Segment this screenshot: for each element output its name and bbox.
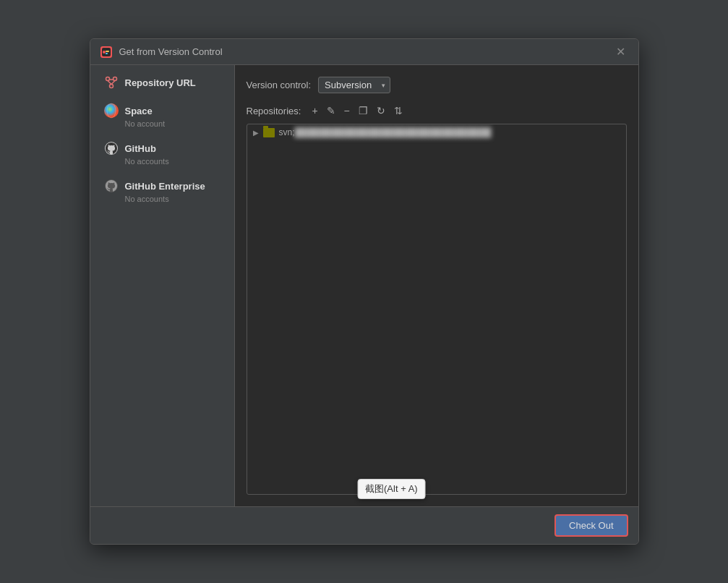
dialog-title: Get from Version Control [119,46,223,57]
svg-line-10 [111,81,115,85]
get-from-vcs-dialog: Get from Version Control ✕ [90,38,639,545]
dialog-body: Repository URL [90,65,638,506]
github-enterprise-label: GitHub Enterprise [125,181,205,192]
space-sub-label: No account [125,119,221,128]
sidebar: Repository URL [90,65,235,506]
svg-point-6 [113,77,116,81]
svg-rect-3 [106,51,109,52]
github-icon [103,140,119,156]
svg-line-9 [108,81,111,85]
version-control-row: Version control: Git Subversion Mercuria… [247,77,627,93]
svg-point-11 [104,103,119,118]
title-bar-left: Get from Version Control [99,45,223,59]
expand-chevron: ▶ [253,129,259,137]
edit-button[interactable]: ✎ [323,103,339,118]
repo-url-blurred: ████████████████████████████████ [295,127,492,137]
version-control-label: Version control: [247,80,312,90]
sidebar-item-space[interactable]: Space No account [93,97,231,134]
repositories-toolbar: Repositories: + ✎ − ❐ ↻ ⇅ [247,103,627,118]
version-control-select-wrapper[interactable]: Git Subversion Mercurial [318,77,390,93]
remove-button[interactable]: − [341,103,354,118]
screenshot-tooltip: 截图(Alt + A) [357,479,426,499]
main-content: Version control: Git Subversion Mercuria… [235,65,638,506]
repository-url-icon [103,75,119,90]
dialog-footer: Check Out [90,506,638,544]
sidebar-item-github-enterprise[interactable]: GitHub Enterprise No accounts [93,172,231,209]
add-button[interactable]: + [308,103,321,118]
github-label: GitHub [125,143,156,154]
github-enterprise-sub-label: No accounts [125,195,221,203]
svg-rect-4 [106,53,108,54]
repo-tree-row[interactable]: ▶ svn;████████████████████████████████ [247,124,626,140]
github-enterprise-icon [103,178,119,194]
svg-point-7 [109,85,113,88]
repository-tree[interactable]: ▶ svn;████████████████████████████████ [247,124,627,495]
copy-button[interactable]: ❐ [355,103,372,118]
checkout-button[interactable]: Check Out [554,514,628,537]
repo-url: svn;████████████████████████████████ [279,127,492,137]
settings-button[interactable]: ⇅ [390,103,406,118]
sidebar-item-repository-url[interactable]: Repository URL [93,69,231,96]
space-icon [103,103,119,119]
dialog-icon [99,45,114,59]
repository-url-label: Repository URL [125,77,196,88]
repositories-label: Repositories: [247,106,301,116]
svg-point-5 [106,77,109,81]
github-sub-label: No accounts [125,157,221,166]
close-button[interactable]: ✕ [612,45,630,59]
sidebar-item-github[interactable]: GitHub No accounts [93,135,231,171]
refresh-button[interactable]: ↻ [373,103,389,118]
svg-point-2 [103,51,106,54]
title-bar: Get from Version Control ✕ [90,39,638,65]
folder-icon [263,128,275,137]
version-control-select[interactable]: Git Subversion Mercurial [318,77,390,93]
space-label: Space [125,106,153,116]
